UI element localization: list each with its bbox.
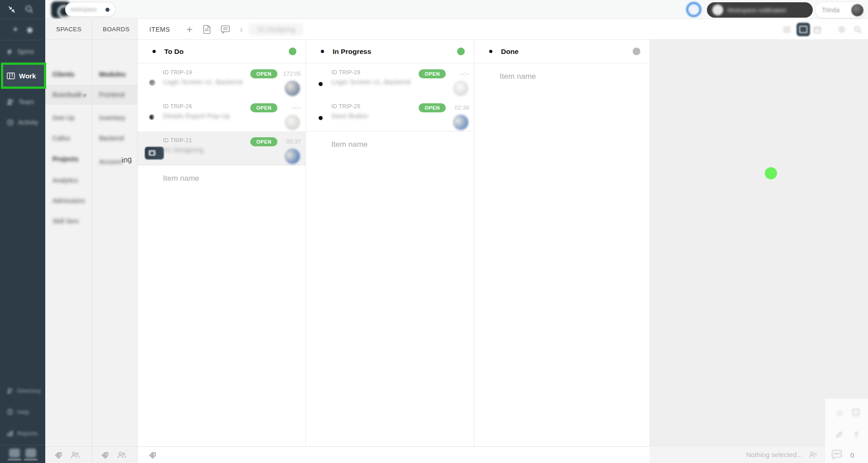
kanban-card-selected[interactable]: ID TRIP-21 V1 Designing OPEN 00:37 bbox=[138, 131, 305, 165]
card-owner-mini-avatar bbox=[149, 80, 155, 86]
search-icon[interactable] bbox=[24, 4, 34, 14]
sidebar-item-reports[interactable]: Reports bbox=[0, 426, 45, 440]
column-status-dot[interactable] bbox=[633, 48, 640, 55]
sidebar-item-label: Directory bbox=[17, 387, 41, 394]
kanban-board: To Do ID TRIP-19 Login Screen v1, Backen… bbox=[138, 40, 649, 446]
boards-panel: BOARDS Modules Frontend Inventory Backen… bbox=[92, 19, 138, 463]
emoji-icon[interactable]: ☺ bbox=[835, 408, 844, 418]
comments-icon[interactable] bbox=[221, 25, 230, 34]
assign-user-icon[interactable] bbox=[809, 451, 817, 458]
members-icon[interactable] bbox=[71, 452, 80, 458]
workspace-pill[interactable]: workspace bbox=[65, 3, 115, 16]
status-badge: OPEN bbox=[250, 137, 277, 146]
tag-icon[interactable] bbox=[101, 451, 109, 459]
slider-icon[interactable] bbox=[24, 459, 38, 460]
board-item[interactable]: Inventory bbox=[92, 109, 137, 127]
kanban-card[interactable]: ID TRIP-29 Login Screen v1, Backend OPEN… bbox=[306, 63, 474, 97]
space-group-projects[interactable]: Projects bbox=[45, 150, 91, 168]
new-item-input[interactable]: Item name bbox=[138, 165, 305, 192]
kanban-column-in-progress: In Progress ID TRIP-29 Login Screen v1, … bbox=[306, 40, 474, 446]
assignee-avatar[interactable] bbox=[285, 81, 300, 96]
kanban-board-icon bbox=[7, 72, 15, 79]
card-id: ID TRIP-21 bbox=[163, 137, 192, 144]
tag-icon[interactable] bbox=[54, 451, 62, 459]
avatar bbox=[851, 4, 863, 16]
items-footer bbox=[138, 446, 649, 463]
space-item[interactable]: Admissions bbox=[45, 192, 91, 210]
card-timer: 02:38 bbox=[454, 104, 469, 111]
edit-icon[interactable] bbox=[836, 431, 843, 438]
nothing-selected-text: Nothing selected... bbox=[746, 451, 802, 458]
document-icon[interactable] bbox=[203, 25, 211, 34]
list-view-icon[interactable] bbox=[782, 24, 792, 34]
assignee-avatar[interactable] bbox=[285, 115, 300, 130]
notifications-icon[interactable]: ◉ bbox=[24, 24, 35, 35]
space-item[interactable]: Callus bbox=[45, 129, 91, 147]
column-header[interactable]: In Progress bbox=[306, 40, 474, 63]
column-header[interactable]: To Do bbox=[138, 40, 305, 63]
recording-indicator-icon[interactable] bbox=[686, 2, 701, 17]
sidebar-item-activity[interactable]: Activity bbox=[0, 114, 45, 130]
space-item[interactable]: Gee Up bbox=[45, 109, 91, 127]
space-item[interactable]: Skill Serv bbox=[45, 212, 91, 230]
kanban-card[interactable]: ID TRIP-19 Login Screen v1, Backend OPEN… bbox=[138, 63, 305, 97]
column-title: Done bbox=[501, 48, 519, 56]
board-item-drag-ghost[interactable]: Accounting bbox=[92, 153, 137, 171]
column-bullet bbox=[489, 50, 492, 53]
sidebar-item-help[interactable]: Help bbox=[0, 405, 45, 419]
kanban-card[interactable]: ID TRIP-25 Save Button OPEN 02:38 bbox=[306, 97, 474, 131]
calendar-view-icon[interactable] bbox=[812, 24, 822, 34]
board-group-modules[interactable]: Modules bbox=[92, 65, 137, 83]
kanban-column-done: Done Item name bbox=[474, 40, 649, 446]
assignee-avatar[interactable] bbox=[453, 81, 468, 96]
members-icon[interactable] bbox=[117, 452, 126, 458]
search-icon[interactable] bbox=[853, 24, 863, 34]
breadcrumb[interactable]: V1 Designing bbox=[249, 23, 303, 36]
add-icon[interactable]: + bbox=[10, 24, 21, 35]
tag-icon[interactable] bbox=[148, 451, 157, 459]
sidebar-item-team[interactable]: Team bbox=[0, 94, 45, 110]
column-title: To Do bbox=[164, 48, 184, 56]
add-item-icon[interactable]: + bbox=[186, 23, 193, 36]
card-id: ID TRIP-19 bbox=[163, 69, 192, 76]
items-area: ITEMS + › V1 Designing To Do ID TRIP-19 … bbox=[138, 19, 649, 463]
kanban-card[interactable]: ID TRIP-26 Details Export Pop-Up OPEN --… bbox=[138, 97, 305, 131]
sidebar-item-label: Activity bbox=[18, 119, 38, 126]
assignee-avatar[interactable] bbox=[453, 115, 468, 130]
slider-icon[interactable] bbox=[8, 459, 21, 460]
card-thumbnail bbox=[145, 147, 164, 159]
detail-toolbar: ⚙ bbox=[649, 19, 868, 40]
sidebar-item-work[interactable]: Work bbox=[1, 63, 46, 89]
board-view-icon-active[interactable] bbox=[796, 23, 810, 36]
boards-panel-title: BOARDS bbox=[92, 19, 137, 40]
pen-settings-icon[interactable] bbox=[25, 449, 36, 458]
card-owner-mini-avatar bbox=[149, 115, 154, 120]
theme-toggle-icon[interactable] bbox=[9, 449, 20, 458]
expand-icon[interactable] bbox=[852, 409, 859, 416]
collapse-sidebar-icon[interactable] bbox=[6, 4, 17, 15]
assignee-avatar[interactable] bbox=[285, 149, 300, 164]
new-item-input[interactable]: Item name bbox=[474, 63, 649, 90]
gear-icon[interactable]: ⚙ bbox=[837, 24, 847, 34]
card-title: Login Screen v1, Backend bbox=[163, 78, 242, 86]
space-group-clients[interactable]: Clients bbox=[45, 65, 91, 83]
column-status-dot[interactable] bbox=[289, 48, 296, 55]
column-status-dot[interactable] bbox=[457, 48, 465, 55]
status-badge: OPEN bbox=[250, 69, 277, 78]
column-header[interactable]: Done bbox=[474, 40, 649, 63]
items-toolbar: ITEMS + › V1 Designing bbox=[138, 19, 649, 40]
board-item-selected[interactable]: Frontend bbox=[92, 85, 137, 105]
pin-icon[interactable] bbox=[854, 431, 859, 438]
spaces-panel: SPACES Clients Boardwalke Gee Up Callus … bbox=[45, 19, 92, 463]
new-item-input[interactable]: Item name bbox=[306, 131, 474, 158]
workspace-pill-label: workspace bbox=[71, 6, 105, 13]
space-item[interactable]: Analytics bbox=[45, 171, 91, 189]
board-item[interactable]: Backend bbox=[92, 129, 137, 147]
user-menu[interactable]: Trinda bbox=[816, 2, 865, 18]
comments-bubble-icon[interactable] bbox=[831, 450, 842, 460]
notification-pill[interactable]: Workspace notification bbox=[707, 2, 813, 18]
rail-actions-section: + ◉ bbox=[0, 19, 45, 40]
sidebar-item-sprint[interactable]: Sprint bbox=[0, 43, 45, 60]
sidebar-item-directory[interactable]: Directory bbox=[0, 384, 45, 397]
space-item-selected[interactable]: Boardwalke bbox=[45, 85, 91, 105]
